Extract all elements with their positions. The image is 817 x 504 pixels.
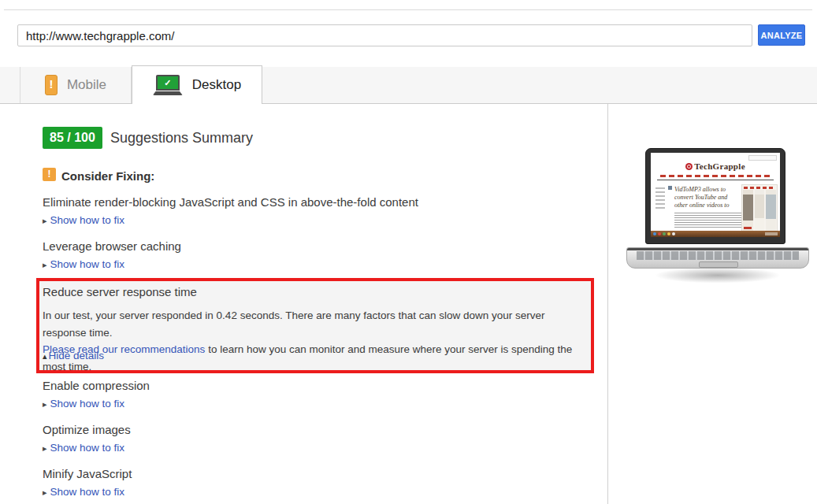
show-how-to-fix-label: Show how to fix [50,398,125,410]
show-how-to-fix-link[interactable]: Show how to fix [43,214,124,226]
suggestion-detail-text: In our test, your server responded in 0.… [43,307,591,375]
suggestion-title: Enable compression [43,379,150,392]
taskbar-app-icon [667,232,670,235]
show-how-to-fix-label: Show how to fix [50,486,125,498]
tab-desktop[interactable]: Desktop [132,65,262,104]
triangle-right-icon [43,258,47,270]
triangle-up-icon [43,350,47,361]
detail-sentence: In our test, your server responded in 0.… [43,307,591,341]
top-divider [4,9,812,10]
article-headline: VidToMP3 allows to convert YouTube and o… [674,186,742,209]
taskbar-app-icon [672,232,675,235]
triangle-right-icon [43,486,47,498]
site-search-box [748,155,777,161]
show-how-to-fix-link[interactable]: Show how to fix [43,398,124,410]
highlighted-suggestion-panel: Reduce server response time In our test,… [36,278,594,373]
phone-warning-icon [45,75,58,95]
triangle-right-icon [43,398,47,410]
taskbar-app-icon [653,232,656,235]
page-title: Suggestions Summary [110,130,253,146]
column-divider [607,104,608,504]
suggestion-title: Reduce server response time [43,285,197,298]
triangle-right-icon [43,214,47,226]
site-logo-icon [685,163,693,170]
taskbar-app-icon [658,232,661,235]
suggestion-title: Eliminate render-blocking JavaScript and… [43,195,418,209]
laptop-screen: TechGrapple VidToMP3 allows to convert Y… [645,148,785,244]
warning-icon [43,168,56,181]
site-logo: TechGrapple [651,161,780,171]
taskbar-app-icon [663,232,666,235]
laptop-shadow [628,265,808,291]
ad-caption-marks [744,187,775,189]
consider-fixing-heading: Consider Fixing: [61,169,154,183]
sidebar-ad-image [741,184,778,233]
score-badge: 85 / 100 [43,127,102,149]
tab-desktop-label: Desktop [192,77,241,93]
tab-mobile[interactable]: Mobile [20,67,132,103]
analyze-button[interactable]: ANALYZE [758,24,805,46]
laptop-check-icon [153,75,183,95]
desktop-preview-image: TechGrapple VidToMP3 allows to convert Y… [626,146,809,312]
site-screenshot: TechGrapple VidToMP3 allows to convert Y… [651,153,780,237]
site-nav-links [660,175,771,177]
suggestion-title: Leverage browser caching [43,239,181,253]
hide-details-link[interactable]: Hide details [43,350,104,361]
hide-details-label: Hide details [49,350,105,361]
ad-caption-marks [744,227,752,229]
show-how-to-fix-link[interactable]: Show how to fix [43,258,124,270]
laptop-keyboard [637,251,799,260]
triangle-right-icon [43,442,47,454]
os-taskbar [651,231,780,237]
show-how-to-fix-label: Show how to fix [50,258,125,270]
site-divider [657,180,774,180]
show-how-to-fix-link[interactable]: Show how to fix [43,486,124,498]
tab-mobile-label: Mobile [67,77,106,93]
suggestion-title: Minify JavaScript [43,467,132,480]
article-date-stamp [655,187,665,211]
show-how-to-fix-label: Show how to fix [50,214,125,226]
article-body-text [674,213,742,228]
url-input[interactable] [17,24,752,46]
taskbar-tray [765,232,778,235]
article-bullet-icon [668,186,672,190]
suggestion-title: Optimize images [43,423,131,436]
site-logo-text: TechGrapple [694,161,745,171]
tab-strip: Mobile Desktop [0,67,817,104]
show-how-to-fix-link[interactable]: Show how to fix [43,442,124,454]
show-how-to-fix-label: Show how to fix [50,442,125,454]
